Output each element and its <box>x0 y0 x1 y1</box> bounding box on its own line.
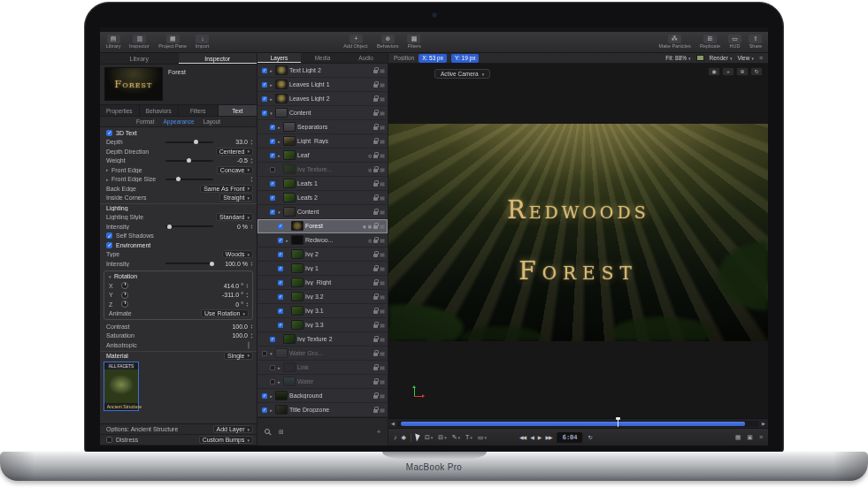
layer-meta-icon[interactable]: ▤ <box>380 237 385 243</box>
inside-corners-popup[interactable]: Straight ▾ <box>219 194 253 202</box>
title-text-line1[interactable]: Redwoods <box>388 196 768 224</box>
layer-checkbox[interactable] <box>278 252 283 257</box>
toolbar-button[interactable]: ⇧ Share <box>749 34 763 50</box>
lighting-style-popup[interactable]: Standard ▾ <box>216 213 253 221</box>
layer-row[interactable]: ▸ Light_Rays ▤ <box>257 134 388 148</box>
channel-swatch[interactable] <box>696 55 704 61</box>
layer-row[interactable]: ▸ Redwoo... ◎ ▤ <box>257 233 388 248</box>
toolbar-button[interactable]: + Add Object <box>342 34 369 50</box>
layer-row[interactable]: ▾ Content ▤ <box>257 106 388 120</box>
lock-icon[interactable] <box>373 110 378 116</box>
toolbar-button[interactable]: ⁂ Make Particles <box>657 34 692 50</box>
layer-row[interactable]: Ivy 3.3 ▤ <box>257 318 388 332</box>
stepper-icon[interactable]: ▴▾ <box>250 224 253 230</box>
lock-icon[interactable] <box>373 180 378 187</box>
jump-end-icon[interactable]: ▶▶ <box>545 434 551 440</box>
layer-checkbox[interactable] <box>262 407 267 413</box>
rotation-z-value[interactable]: 0 ° <box>128 301 243 308</box>
position-x-field[interactable]: X: 53 px <box>419 54 447 63</box>
rotation-y-dial[interactable] <box>121 292 128 299</box>
lock-icon[interactable] <box>373 251 378 257</box>
layer-row[interactable]: ▸ Background ▤ <box>257 389 388 403</box>
lock-icon[interactable] <box>373 392 378 399</box>
pan-view-icon[interactable]: + <box>722 67 734 76</box>
layer-checkbox[interactable] <box>278 308 283 314</box>
anisotropic-checkbox[interactable] <box>248 341 250 349</box>
toolbar-button[interactable]: ⊞ Replicate <box>699 34 721 50</box>
layer-row[interactable]: Forest ◉ ▣ ▤ <box>257 219 388 233</box>
layer-row[interactable]: ▸ Link ▤ <box>257 361 388 375</box>
lock-icon[interactable] <box>373 223 378 229</box>
stepper-icon[interactable]: ▴▾ <box>250 139 253 145</box>
timecode-display[interactable]: 6:04 <box>557 432 583 443</box>
zoom-view-icon[interactable]: ⊕ <box>736 67 749 76</box>
layer-meta-icon[interactable]: ▤ <box>380 265 385 271</box>
param-value[interactable]: 33.0 <box>218 139 248 145</box>
lock-icon[interactable] <box>373 336 378 342</box>
param-value[interactable]: 100.0 <box>161 324 248 330</box>
layer-row[interactable]: Ivy 1 ▤ <box>257 262 388 276</box>
layer-row[interactable]: ▸ Leaves Light 1 ▤ <box>257 78 388 92</box>
rotation-z-dial[interactable] <box>121 301 128 308</box>
param-value[interactable]: -0.5 <box>218 157 248 164</box>
tab-properties[interactable]: Properties <box>100 105 140 116</box>
layer-row[interactable]: Leafs 1 ▤ <box>257 177 388 191</box>
layer-row[interactable]: ▸ Title Dropzone ▤ <box>257 403 388 417</box>
lock-icon[interactable] <box>373 293 378 300</box>
disclosure-icon[interactable]: ▸ <box>277 153 281 158</box>
layer-row[interactable]: ▸ Separators ▤ <box>257 120 388 134</box>
timeline-clip[interactable]: Forest <box>401 422 745 426</box>
layer-checkbox[interactable] <box>270 337 275 342</box>
disclosure-icon[interactable]: ▸ <box>277 125 281 130</box>
distress-checkbox[interactable] <box>106 437 112 443</box>
layer-meta-icon[interactable]: ▤ <box>380 336 385 342</box>
layer-meta-icon[interactable]: ▤ <box>380 350 385 356</box>
grid-view-icon[interactable]: ▦ <box>735 434 741 441</box>
layer-checkbox[interactable] <box>278 280 283 286</box>
layer-meta-icon[interactable]: ▤ <box>380 407 385 413</box>
layer-checkbox[interactable] <box>262 96 267 102</box>
layer-checkbox[interactable] <box>270 153 275 158</box>
lock-icon[interactable] <box>373 194 378 201</box>
tab-behaviors[interactable]: Behaviors <box>140 105 180 116</box>
layer-meta-icon[interactable]: ▤ <box>380 364 385 370</box>
disclosure-icon[interactable]: ▸ <box>277 365 281 370</box>
filter-grid-icon[interactable]: ⊞ <box>279 429 284 436</box>
lock-icon[interactable] <box>373 237 378 243</box>
environment-checkbox[interactable] <box>106 242 112 248</box>
stepper-icon[interactable]: ▴▾ <box>250 324 253 330</box>
stepper-icon[interactable]: ▴▾ <box>250 176 253 182</box>
animate-popup[interactable]: Use Rotation ▾ <box>201 309 249 317</box>
3d-text-checkbox[interactable] <box>106 130 112 136</box>
layer-meta-icon[interactable]: ▤ <box>380 124 385 130</box>
rotation-y-value[interactable]: -311.0 ° <box>128 292 243 298</box>
rotation-x-dial[interactable] <box>121 282 128 289</box>
step-back-icon[interactable]: ◀ <box>530 434 534 440</box>
disclosure-icon[interactable]: ▸ <box>277 379 281 385</box>
layer-row[interactable]: Ivy Texture 2 ▤ <box>257 332 388 346</box>
layer-checkbox[interactable] <box>262 82 267 88</box>
disclosure-icon[interactable]: ▸ <box>277 139 281 144</box>
lock-icon[interactable] <box>373 95 378 102</box>
layer-meta-icon[interactable]: ▤ <box>380 279 385 286</box>
layer-meta-icon[interactable]: ▤ <box>380 180 385 187</box>
camera-select-icon[interactable]: ◉ <box>708 67 720 76</box>
rotation-x-value[interactable]: 414.0 ° <box>128 283 243 289</box>
back-edge-popup[interactable]: Same As Front ▾ <box>200 185 253 193</box>
disclosure-icon[interactable]: ▸ <box>269 96 273 102</box>
disclosure-icon[interactable]: ▸ <box>269 82 273 88</box>
self-shadows-checkbox[interactable] <box>106 232 112 239</box>
toolbar-button[interactable]: ▦ Project Pane <box>157 34 188 50</box>
lock-icon[interactable] <box>373 407 378 413</box>
layer-checkbox[interactable] <box>270 379 275 385</box>
lock-icon[interactable] <box>373 378 378 385</box>
lock-icon[interactable] <box>373 138 378 144</box>
search-icon[interactable] <box>265 429 272 436</box>
lock-icon[interactable] <box>373 124 378 130</box>
layer-meta-icon[interactable]: ▤ <box>380 67 385 73</box>
toolbar-button[interactable]: ▩ Filters <box>407 34 421 50</box>
custom-bumps-popup[interactable]: Custom Bumps ▾ <box>199 436 253 444</box>
layer-checkbox[interactable] <box>270 125 275 130</box>
tab-library[interactable]: Library <box>100 53 179 64</box>
stepper-icon[interactable]: ▴▾ <box>250 261 253 267</box>
